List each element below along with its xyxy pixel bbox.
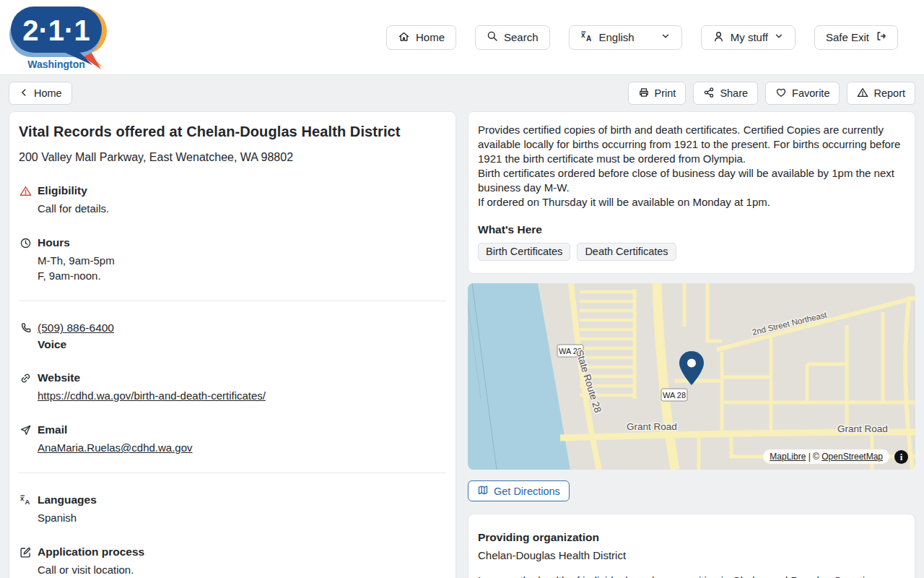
share-button[interactable]: Share	[693, 82, 758, 105]
my-stuff-button[interactable]: My stuff	[701, 25, 796, 50]
divider	[19, 473, 446, 473]
map-label-grant-road: Grant Road	[627, 421, 677, 432]
chevron-left-icon	[19, 87, 29, 100]
map-info-icon[interactable]: i	[894, 450, 908, 464]
site-header: 2·1·1 Washington Home Search x A	[0, 0, 924, 75]
share-icon	[703, 87, 715, 100]
location-map[interactable]: WA 28 WA 28 State Route 28 2nd Street No…	[468, 283, 915, 470]
service-address: 200 Valley Mall Parkway, East Wenatchee,…	[19, 151, 446, 164]
search-button[interactable]: Search	[475, 25, 550, 50]
send-icon	[19, 423, 32, 455]
tag-chip: Birth Certificates	[478, 243, 570, 261]
phone-type: Voice	[38, 338, 114, 351]
home-button[interactable]: Home	[386, 25, 456, 50]
search-icon	[487, 30, 498, 44]
clock-icon	[19, 236, 32, 283]
map-label-grant-road: Grant Road	[837, 423, 888, 434]
description-card: Provides certified copies of birth and d…	[468, 111, 915, 274]
email-section: Email AnaMaria.Ruelas@cdhd.wa.gov	[19, 423, 446, 455]
svg-text:A: A	[586, 35, 591, 43]
maplibre-link[interactable]: MapLibre	[770, 452, 806, 462]
report-label: Report	[873, 87, 905, 99]
languages-label: Languages	[38, 493, 97, 506]
description-paragraph: If ordered on Thursday it will be availa…	[478, 195, 905, 210]
right-column: Provides certified copies of birth and d…	[468, 111, 915, 578]
service-details-card: Vital Records offered at Chelan-Douglas …	[9, 111, 456, 578]
hours-section: Hours M-Th, 9am-5pm F, 9am-noon.	[19, 236, 446, 283]
languages-value: Spanish	[38, 510, 97, 525]
tag-chip: Death Certificates	[577, 243, 676, 261]
page-toolbar: Home Print Share Favorite	[9, 82, 915, 105]
page-main: Home Print Share Favorite	[0, 75, 924, 578]
person-icon	[712, 30, 725, 45]
map-canvas: WA 28 WA 28 State Route 28 2nd Street No…	[468, 283, 915, 470]
printer-icon	[638, 87, 650, 100]
print-label: Print	[655, 87, 676, 99]
provider-name: Chelan-Douglas Health District	[478, 549, 905, 561]
chevron-down-icon	[661, 31, 671, 43]
hours-label: Hours	[38, 236, 115, 249]
report-button[interactable]: Report	[847, 82, 915, 105]
safe-exit-label: Safe Exit	[826, 31, 869, 43]
eligibility-section: Eligibility Call for details.	[19, 184, 446, 216]
eligibility-warning-icon	[19, 184, 32, 216]
record-actions: Print Share Favorite Report	[628, 82, 915, 105]
whats-here-heading: What's Here	[478, 223, 905, 236]
logo-number: 2·1·1	[22, 14, 90, 46]
openstreetmap-link[interactable]: OpenStreetMap	[821, 452, 883, 462]
phone-link[interactable]: (509) 886-6400	[38, 322, 114, 334]
back-home-button[interactable]: Home	[9, 82, 72, 105]
favorite-button[interactable]: Favorite	[765, 82, 840, 105]
application-section: Application process Call or visit locati…	[19, 545, 446, 577]
home-label: Home	[416, 31, 445, 43]
phone-section: (509) 886-6400 Voice	[19, 322, 446, 351]
website-label: Website	[38, 371, 266, 384]
translate-icon: x A	[19, 493, 32, 525]
content-columns: Vital Records offered at Chelan-Douglas …	[9, 111, 915, 578]
website-link[interactable]: https://cdhd.wa.gov/birth-and-death-cert…	[38, 389, 266, 402]
attribution-separator: | ©	[806, 452, 821, 462]
header-nav: Home Search x A English	[386, 25, 898, 50]
edit-icon	[19, 545, 32, 577]
divider	[19, 301, 446, 301]
get-directions-label: Get Directions	[494, 486, 560, 497]
translate-icon: x A	[580, 30, 593, 45]
language-select[interactable]: x A English	[569, 25, 682, 50]
application-value: Call or visit location.	[38, 562, 144, 577]
description-paragraph: Birth certificates ordered before close …	[478, 166, 905, 195]
email-link[interactable]: AnaMaria.Ruelas@cdhd.wa.gov	[38, 441, 193, 454]
get-directions-button[interactable]: Get Directions	[468, 480, 570, 501]
languages-section: x A Languages Spanish	[19, 493, 446, 525]
hours-line2: F, 9am-noon.	[38, 268, 115, 283]
share-label: Share	[720, 87, 748, 99]
website-section: Website https://cdhd.wa.gov/birth-and-de…	[19, 371, 446, 403]
warning-icon	[857, 87, 868, 100]
heart-icon	[775, 87, 787, 100]
my-stuff-label: My stuff	[731, 31, 768, 43]
exit-icon	[875, 30, 886, 44]
svg-text:A: A	[25, 498, 30, 506]
eligibility-value: Call for details.	[38, 201, 109, 216]
language-label: English	[599, 31, 635, 43]
link-icon	[19, 371, 32, 403]
safe-exit-button[interactable]: Safe Exit	[814, 25, 898, 50]
logo-region: Washington	[27, 59, 85, 70]
application-label: Application process	[38, 545, 144, 558]
211-washington-logo[interactable]: 2·1·1 Washington	[9, 4, 117, 71]
provider-heading: Providing organization	[478, 531, 905, 544]
back-home-label: Home	[34, 87, 62, 99]
map-icon	[477, 484, 489, 498]
description-paragraph: Provides certified copies of birth and d…	[478, 123, 905, 166]
whats-here-tags: Birth Certificates Death Certificates	[478, 243, 905, 261]
print-button[interactable]: Print	[628, 82, 687, 105]
provider-card: Providing organization Chelan-Douglas He…	[468, 514, 915, 578]
home-icon	[398, 30, 410, 45]
map-attribution: MapLibre | © OpenStreetMap	[763, 449, 889, 464]
svg-text:WA 28: WA 28	[663, 391, 686, 400]
email-label: Email	[38, 423, 193, 436]
search-label: Search	[504, 31, 539, 43]
provider-description: Improve the health of individuals and co…	[478, 574, 905, 578]
hours-line1: M-Th, 9am-5pm	[38, 253, 115, 268]
eligibility-label: Eligibility	[38, 184, 109, 197]
page-title: Vital Records offered at Chelan-Douglas …	[19, 124, 446, 140]
